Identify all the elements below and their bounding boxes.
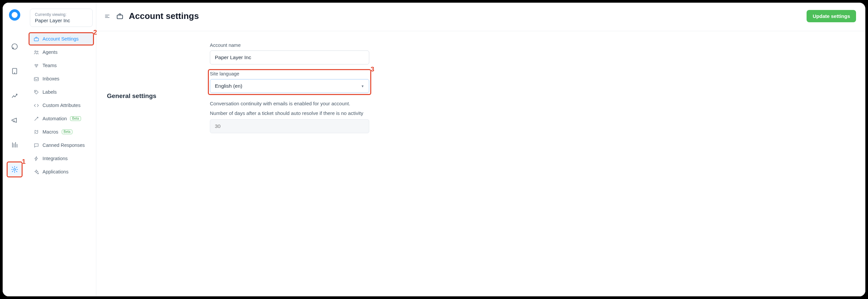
sidebar-item-agents[interactable]: Agents bbox=[29, 46, 93, 58]
icon-rail bbox=[3, 3, 27, 296]
chat-icon bbox=[33, 142, 39, 148]
page-title: Account settings bbox=[129, 11, 199, 21]
tag-icon bbox=[33, 89, 39, 95]
beta-badge: Beta bbox=[62, 129, 73, 134]
sidebar-item-label: Inboxes bbox=[42, 76, 59, 81]
sidebar-item-label: Canned Responses bbox=[42, 143, 85, 148]
svg-point-6 bbox=[34, 64, 36, 65]
sidebar-item-label: Labels bbox=[42, 89, 57, 95]
account-switcher[interactable]: Currently viewing: Paper Layer Inc bbox=[30, 9, 93, 27]
svg-rect-3 bbox=[34, 38, 38, 41]
autoresolve-helper-text: Number of days after a ticket should aut… bbox=[210, 109, 369, 117]
collapse-menu-icon[interactable] bbox=[103, 12, 111, 20]
svg-point-7 bbox=[36, 64, 38, 65]
macros-icon bbox=[33, 129, 39, 135]
sidebar-item-inboxes[interactable]: Inboxes bbox=[29, 73, 93, 85]
site-language-label: Site language bbox=[210, 71, 369, 77]
code-icon bbox=[33, 102, 39, 108]
chevron-down-icon: ▼ bbox=[361, 84, 364, 88]
rail-contacts-icon[interactable] bbox=[8, 64, 21, 78]
rail-conversations-icon[interactable] bbox=[8, 40, 21, 53]
rail-reports-icon[interactable] bbox=[8, 89, 21, 102]
sidebar-item-account-settings[interactable]: Account Settings bbox=[29, 33, 93, 45]
sidebar-item-integrations[interactable]: Integrations bbox=[29, 152, 93, 165]
sparkle-icon bbox=[33, 169, 39, 175]
site-language-select[interactable]: English (en) ▼ bbox=[210, 79, 369, 93]
account-name-input[interactable] bbox=[210, 51, 369, 64]
main-area: Account settings Update settings General… bbox=[96, 3, 865, 296]
rail-settings-icon[interactable] bbox=[8, 163, 21, 176]
svg-point-4 bbox=[34, 51, 36, 52]
settings-sidebar: Currently viewing: Paper Layer Inc Accou… bbox=[27, 3, 96, 296]
section-heading: General settings bbox=[107, 92, 210, 100]
bolt-icon bbox=[33, 155, 39, 161]
sidebar-item-label: Teams bbox=[42, 63, 57, 68]
briefcase-icon bbox=[33, 36, 39, 42]
autoresolve-days-input[interactable] bbox=[210, 119, 369, 133]
svg-point-2 bbox=[13, 169, 16, 171]
site-language-value: English (en) bbox=[215, 83, 242, 89]
automation-icon bbox=[33, 116, 39, 122]
sidebar-item-macros[interactable]: Macros Beta bbox=[29, 126, 93, 138]
sidebar-item-label: Agents bbox=[42, 50, 57, 55]
briefcase-icon bbox=[116, 12, 124, 21]
svg-rect-9 bbox=[34, 78, 38, 81]
rail-help-icon[interactable] bbox=[8, 138, 21, 151]
agents-icon bbox=[33, 49, 39, 55]
inbox-icon bbox=[33, 76, 39, 82]
svg-rect-11 bbox=[117, 15, 123, 19]
sidebar-item-label: Applications bbox=[42, 169, 68, 174]
general-settings-form: Account name Site language English (en) … bbox=[210, 42, 369, 133]
sidebar-item-canned-responses[interactable]: Canned Responses bbox=[29, 139, 93, 151]
beta-badge: Beta bbox=[70, 116, 81, 121]
section-heading-col: General settings bbox=[107, 42, 210, 133]
continuity-helper-text: Conversation continuity with emails is e… bbox=[210, 100, 369, 107]
teams-icon bbox=[33, 62, 39, 68]
svg-point-8 bbox=[35, 66, 37, 67]
sidebar-item-applications[interactable]: Applications bbox=[29, 166, 93, 178]
viewing-account: Paper Layer Inc bbox=[35, 18, 88, 23]
sidebar-item-automation[interactable]: Automation Beta bbox=[29, 113, 93, 125]
page-header: Account settings Update settings bbox=[96, 3, 865, 31]
sidebar-item-label: Account Settings bbox=[42, 36, 79, 41]
sidebar-item-label: Macros bbox=[42, 129, 58, 134]
sidebar-item-labels[interactable]: Labels bbox=[29, 86, 93, 98]
viewing-label: Currently viewing: bbox=[35, 12, 88, 17]
sidebar-item-label: Integrations bbox=[42, 156, 68, 161]
sidebar-item-label: Automation bbox=[42, 116, 67, 121]
rail-campaigns-icon[interactable] bbox=[8, 114, 21, 127]
app-logo-icon bbox=[9, 9, 20, 21]
sidebar-item-label: Custom Attributes bbox=[42, 103, 80, 108]
sidebar-item-teams[interactable]: Teams bbox=[29, 59, 93, 71]
sidebar-item-custom-attributes[interactable]: Custom Attributes bbox=[29, 99, 93, 111]
update-settings-button[interactable]: Update settings bbox=[807, 10, 856, 22]
svg-point-5 bbox=[37, 51, 38, 52]
account-name-label: Account name bbox=[210, 42, 369, 48]
svg-point-10 bbox=[35, 91, 36, 92]
content-scroll: General settings Account name Site langu… bbox=[96, 31, 865, 296]
